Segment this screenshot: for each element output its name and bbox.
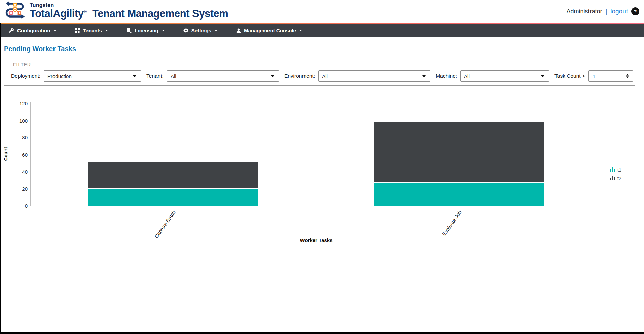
filter-group-task-count: Task Count >1: [554, 70, 633, 82]
tenant-select[interactable]: All: [167, 70, 279, 82]
nav-item-label: Configuration: [17, 28, 50, 33]
y-tick-label: 120: [13, 101, 28, 106]
y-axis-title: Count: [3, 139, 8, 169]
page-app-title: Tenant Management System: [92, 8, 228, 20]
separator: |: [606, 8, 607, 15]
y-tick-mark: [28, 155, 30, 155]
nav-item-licensing[interactable]: Licensing: [122, 24, 170, 37]
y-tick-label: 40: [13, 169, 28, 175]
chevron-down-icon: [541, 75, 544, 77]
y-tick-label: 80: [13, 135, 28, 140]
window-left-edge: [0, 23, 1, 334]
user-icon: [236, 28, 241, 33]
help-icon[interactable]: ?: [631, 7, 639, 15]
legend-label: t2: [617, 176, 621, 181]
header-user-area: Administrator | logout ?: [567, 0, 640, 23]
y-tick-label: 60: [13, 152, 28, 158]
filter-group-environment: Environment:All: [284, 70, 430, 82]
filter-label: Deployment:: [11, 73, 40, 79]
chart-legend: t1t2: [610, 167, 621, 181]
select-value: All: [464, 73, 470, 79]
bar-chart-icon: [610, 175, 615, 181]
filter-label: Tenant:: [146, 73, 164, 79]
filter-row: Deployment:ProductionTenant:AllEnvironme…: [11, 70, 635, 82]
x-category-label: Evaluate Job: [441, 209, 463, 237]
y-axis-line: [30, 102, 31, 206]
select-value: All: [322, 73, 328, 79]
nav-item-tenants[interactable]: Tenants: [70, 24, 113, 37]
page-title: Pending Worker Tasks: [4, 45, 76, 53]
chevron-down-icon: [271, 75, 274, 77]
nav-item-label: Licensing: [135, 28, 158, 33]
licensing-icon: [127, 28, 132, 33]
filter-group-machine: Machine:All: [436, 70, 549, 82]
logout-link[interactable]: logout: [610, 8, 628, 15]
nav-item-label: Settings: [191, 28, 211, 33]
x-axis-line: [30, 206, 602, 206]
chevron-down-icon: [133, 75, 136, 77]
chevron-down-icon: [105, 30, 108, 31]
chevron-down-icon: [215, 30, 217, 31]
bar-capture-batch-t1[interactable]: [88, 188, 258, 206]
chevron-down-icon: [53, 30, 56, 31]
tungsten-logo-icon: [4, 1, 26, 21]
filter-panel: FILTER Deployment:ProductionTenant:AllEn…: [4, 62, 635, 86]
nav-item-configuration[interactable]: Configuration: [4, 24, 61, 37]
y-tick-mark: [28, 172, 30, 172]
filter-label: Environment:: [284, 73, 315, 79]
x-axis-title: Worker Tasks: [283, 237, 350, 243]
nav-item-label: Management Console: [244, 28, 296, 33]
y-tick-label: 0: [13, 203, 28, 209]
bar-evaluate-job-t2[interactable]: [374, 122, 544, 183]
chevron-down-icon: [162, 30, 165, 31]
main-nav: ConfigurationTenantsLicensingSettingsMan…: [0, 24, 644, 37]
number-value: 1: [593, 73, 595, 79]
legend-item-t2[interactable]: t2: [610, 175, 621, 181]
task-count-input[interactable]: 1: [588, 70, 633, 82]
tenants-grid-icon: [75, 28, 80, 33]
legend-item-t1[interactable]: t1: [610, 167, 621, 173]
y-tick-mark: [28, 138, 30, 138]
nav-item-management-console[interactable]: Management Console: [231, 24, 307, 37]
bar-evaluate-job-t1[interactable]: [374, 182, 544, 206]
y-tick-mark: [28, 189, 30, 189]
deployment-select[interactable]: Production: [44, 70, 141, 82]
registered-mark: ®: [83, 9, 87, 14]
bar-chart-icon: [610, 167, 615, 173]
chevron-down-icon: [422, 75, 426, 77]
filter-legend: FILTER: [10, 62, 34, 67]
brand-totalagility: TotalAgility: [30, 8, 83, 20]
gear-icon: [183, 28, 188, 33]
machine-select[interactable]: All: [460, 70, 549, 82]
filter-label: Task Count >: [554, 73, 585, 79]
bar-capture-batch-t2[interactable]: [88, 162, 258, 189]
y-tick-mark: [28, 121, 30, 121]
window-bottom-edge: [0, 332, 644, 334]
legend-label: t1: [617, 167, 621, 173]
environment-select[interactable]: All: [318, 70, 430, 82]
brand-line: TotalAgility®Tenant Management System: [30, 8, 228, 20]
pending-tasks-chart: Count Worker Tasks t1t2 020406080100120C…: [0, 0, 644, 334]
filter-group-tenant: Tenant:All: [146, 70, 279, 82]
spinner-icon[interactable]: [626, 74, 629, 78]
y-tick-mark: [28, 206, 30, 206]
app-header: Tungsten TotalAgility®Tenant Management …: [0, 0, 644, 23]
filter-group-deployment: Deployment:Production: [11, 70, 141, 82]
nav-item-label: Tenants: [83, 28, 102, 33]
select-value: Production: [47, 73, 72, 79]
wrench-icon: [9, 28, 14, 33]
nav-item-settings[interactable]: Settings: [178, 24, 222, 37]
chevron-down-icon: [299, 30, 302, 31]
filter-label: Machine:: [436, 73, 457, 79]
user-name: Administrator: [567, 8, 602, 15]
select-value: All: [171, 73, 176, 79]
x-category-label: Capture Batch: [153, 209, 177, 239]
y-tick-label: 20: [13, 186, 28, 192]
y-tick-mark: [28, 104, 30, 104]
y-tick-label: 100: [13, 118, 28, 124]
